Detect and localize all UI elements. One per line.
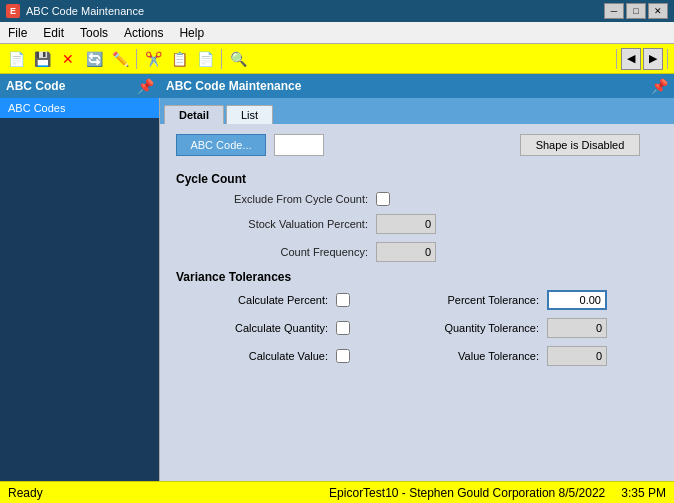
quantity-tolerance-input[interactable] bbox=[547, 318, 607, 338]
toolbar-separator-2 bbox=[221, 49, 222, 69]
window-title: ABC Code Maintenance bbox=[26, 5, 598, 17]
calculate-quantity-label: Calculate Quantity: bbox=[176, 322, 336, 334]
title-bar: E ABC Code Maintenance ─ □ ✕ bbox=[0, 0, 674, 22]
menu-bar: File Edit Tools Actions Help bbox=[0, 22, 674, 44]
content-panel-title: ABC Code Maintenance bbox=[166, 79, 301, 93]
menu-edit[interactable]: Edit bbox=[35, 22, 72, 43]
stock-valuation-label: Stock Valuation Percent: bbox=[176, 218, 376, 230]
sidebar: ABC Codes bbox=[0, 98, 160, 481]
abc-code-row: ABC Code... Shape is Disabled bbox=[176, 134, 658, 156]
cycle-count-header: Cycle Count bbox=[176, 172, 658, 186]
app-icon: E bbox=[6, 4, 20, 18]
calculate-quantity-group: Calculate Quantity: bbox=[176, 321, 417, 335]
variance-tolerances-header: Variance Tolerances bbox=[176, 270, 658, 284]
value-tolerance-input[interactable] bbox=[547, 346, 607, 366]
menu-tools[interactable]: Tools bbox=[72, 22, 116, 43]
left-panel-pin[interactable]: 📌 bbox=[137, 78, 154, 94]
percent-tolerance-input[interactable] bbox=[547, 290, 607, 310]
nav-back-button[interactable]: ◀ bbox=[621, 48, 641, 70]
exclude-checkbox[interactable] bbox=[376, 192, 390, 206]
search-button[interactable]: 🔍 bbox=[226, 47, 250, 71]
cut-button[interactable]: ✂️ bbox=[141, 47, 165, 71]
quantity-tolerance-group: Quantity Tolerance: bbox=[417, 318, 658, 338]
left-panel-header: ABC Code 📌 bbox=[0, 74, 160, 98]
quantity-tolerance-label: Quantity Tolerance: bbox=[417, 322, 547, 334]
tab-bar: Detail List bbox=[160, 98, 674, 124]
percent-tolerance-group: Percent Tolerance: bbox=[417, 290, 658, 310]
calculate-value-checkbox[interactable] bbox=[336, 349, 350, 363]
status-info: EpicorTest10 - Stephen Gould Corporation… bbox=[329, 486, 605, 500]
maximize-button[interactable]: □ bbox=[626, 3, 646, 19]
copy-button[interactable]: 📋 bbox=[167, 47, 191, 71]
toolbar-separator-3 bbox=[616, 49, 617, 69]
value-tolerance-label: Value Tolerance: bbox=[417, 350, 547, 362]
content-panel-header: ABC Code Maintenance 📌 bbox=[160, 74, 674, 98]
stock-valuation-input[interactable] bbox=[376, 214, 436, 234]
percent-row: Calculate Percent: Percent Tolerance: bbox=[176, 290, 658, 310]
menu-actions[interactable]: Actions bbox=[116, 22, 171, 43]
sidebar-item-abc-codes[interactable]: ABC Codes bbox=[0, 98, 159, 118]
status-time: 3:35 PM bbox=[621, 486, 666, 500]
new-button[interactable]: 📄 bbox=[4, 47, 28, 71]
percent-tolerance-label: Percent Tolerance: bbox=[417, 294, 547, 306]
close-button[interactable]: ✕ bbox=[648, 3, 668, 19]
count-frequency-input[interactable] bbox=[376, 242, 436, 262]
calculate-percent-group: Calculate Percent: bbox=[176, 293, 417, 307]
count-frequency-label: Count Frequency: bbox=[176, 246, 376, 258]
edit-button[interactable]: ✏️ bbox=[108, 47, 132, 71]
calculate-percent-checkbox[interactable] bbox=[336, 293, 350, 307]
calculate-value-group: Calculate Value: bbox=[176, 349, 417, 363]
minimize-button[interactable]: ─ bbox=[604, 3, 624, 19]
nav-forward-button[interactable]: ▶ bbox=[643, 48, 663, 70]
value-tolerance-group: Value Tolerance: bbox=[417, 346, 658, 366]
calculate-quantity-checkbox[interactable] bbox=[336, 321, 350, 335]
quantity-row: Calculate Quantity: Quantity Tolerance: bbox=[176, 318, 658, 338]
menu-help[interactable]: Help bbox=[171, 22, 212, 43]
count-frequency-row: Count Frequency: bbox=[176, 242, 658, 262]
stock-valuation-row: Stock Valuation Percent: bbox=[176, 214, 658, 234]
status-bar: Ready EpicorTest10 - Stephen Gould Corpo… bbox=[0, 481, 674, 503]
paste-button[interactable]: 📄 bbox=[193, 47, 217, 71]
left-panel-title: ABC Code bbox=[6, 79, 65, 93]
toolbar: 📄 💾 ✕ 🔄 ✏️ ✂️ 📋 📄 🔍 ◀ ▶ bbox=[0, 44, 674, 74]
status-right: EpicorTest10 - Stephen Gould Corporation… bbox=[329, 486, 666, 500]
abc-code-input[interactable] bbox=[274, 134, 324, 156]
calculate-percent-label: Calculate Percent: bbox=[176, 294, 336, 306]
content-panel-pin[interactable]: 📌 bbox=[651, 78, 668, 94]
status-text: Ready bbox=[8, 486, 43, 500]
save-button[interactable]: 💾 bbox=[30, 47, 54, 71]
toolbar-separator-4 bbox=[667, 49, 668, 69]
value-row: Calculate Value: Value Tolerance: bbox=[176, 346, 658, 366]
exclude-label: Exclude From Cycle Count: bbox=[176, 193, 376, 205]
toolbar-separator-1 bbox=[136, 49, 137, 69]
calculate-value-label: Calculate Value: bbox=[176, 350, 336, 362]
menu-file[interactable]: File bbox=[0, 22, 35, 43]
refresh-button[interactable]: 🔄 bbox=[82, 47, 106, 71]
tab-list[interactable]: List bbox=[226, 105, 273, 124]
form-content: ABC Code... Shape is Disabled Cycle Coun… bbox=[160, 124, 674, 481]
window-controls: ─ □ ✕ bbox=[604, 3, 668, 19]
exclude-cycle-count-row: Exclude From Cycle Count: bbox=[176, 192, 658, 206]
shape-disabled-button[interactable]: Shape is Disabled bbox=[520, 134, 640, 156]
abc-code-button[interactable]: ABC Code... bbox=[176, 134, 266, 156]
tab-detail[interactable]: Detail bbox=[164, 105, 224, 124]
delete-button[interactable]: ✕ bbox=[56, 47, 80, 71]
